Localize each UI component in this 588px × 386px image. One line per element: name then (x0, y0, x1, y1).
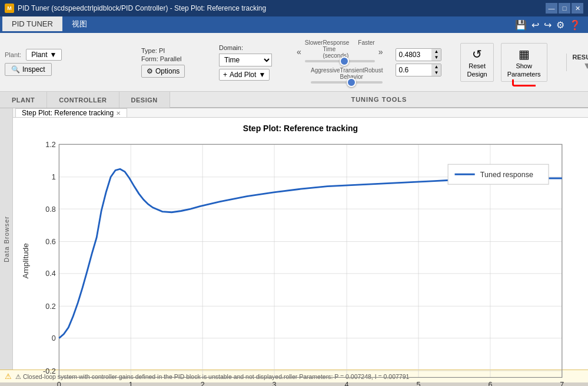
transient-thumb[interactable] (347, 78, 356, 87)
plot-tab-bar: Step Plot: Reference tracking ✕ (13, 108, 588, 118)
menu-tab-view[interactable]: 视图 (62, 16, 97, 33)
inspect-icon: 🔍 (11, 65, 20, 74)
svg-text:3: 3 (273, 381, 277, 386)
faster-label: Faster (358, 39, 374, 59)
nav-tab-design[interactable]: DESIGN (119, 92, 170, 108)
response-time-slider-container: Slower Response Time (seconds) Faster (305, 39, 375, 64)
plot-area: Step Plot: Reference tracking ✕ Step Plo… (13, 108, 588, 370)
options-button[interactable]: ⚙ Options (141, 65, 185, 78)
spin-up-1[interactable]: ▲ (431, 49, 441, 55)
spin-down-2[interactable]: ▼ (431, 70, 441, 76)
settings-icon[interactable]: ⚙ (556, 19, 564, 31)
slower-label: Slower (305, 39, 323, 59)
response-left-arrow[interactable]: « (297, 47, 301, 56)
help-icon[interactable]: ❓ (569, 19, 581, 31)
show-params-label2: Parameters (507, 71, 541, 78)
add-plot-icon: + (223, 71, 227, 79)
transient-labels: Aggressive Transient Behavior Robust (311, 67, 383, 80)
transient-track[interactable] (311, 81, 383, 84)
red-arrow-annotation (512, 79, 536, 86)
plant-label: Plant: (5, 51, 21, 58)
spin-up-2[interactable]: ▲ (431, 64, 441, 70)
undo-icon[interactable]: ↩ (531, 19, 539, 31)
show-params-icon: ▦ (519, 47, 530, 61)
svg-text:5: 5 (417, 381, 421, 386)
tuning-tools-label: TUNING TOOLS (170, 92, 588, 108)
redo-icon[interactable]: ↪ (544, 19, 552, 31)
nav-tab-plant[interactable]: PLANT (0, 92, 47, 108)
reset-design-text: Design (467, 71, 487, 78)
chart-title: Step Plot: Reference tracking (19, 124, 582, 133)
type-form-section: Type: PI Form: Parallel ⚙ Options (141, 47, 212, 78)
show-parameters-button[interactable]: ▦ Show Parameters (501, 43, 547, 82)
tuning-tools-text: TUNING TOOLS (351, 96, 407, 103)
nav-tabs: PLANT CONTROLLER DESIGN TUNING TOOLS (0, 92, 588, 108)
add-plot-row: + Add Plot ▼ (219, 69, 272, 81)
window-title: PID Tuner (scdspeedctrlpidblock/PID Cont… (18, 4, 266, 12)
type-row: Type: PI Form: Parallel (141, 47, 212, 62)
domain-label: Domain: (219, 44, 272, 51)
value2-input[interactable] (396, 65, 431, 75)
spin-down-1[interactable]: ▼ (431, 55, 441, 61)
plant-row: Plant: Plant ▼ (5, 49, 134, 61)
plant-value: Plant (31, 51, 47, 59)
plot-tab-reference-tracking[interactable]: Step Plot: Reference tracking ✕ (15, 108, 127, 117)
spin-btns-2: ▲ ▼ (431, 64, 441, 76)
svg-text:2: 2 (201, 381, 205, 386)
main-content: Data Browser Step Plot: Reference tracki… (0, 108, 588, 370)
svg-text:0.8: 0.8 (45, 205, 55, 214)
title-controls[interactable]: — □ ✕ (546, 3, 583, 14)
spin-input-2[interactable]: ▲ ▼ (396, 64, 441, 76)
show-params-label1: Show (516, 62, 532, 69)
response-time-label: Response Time (seconds) (323, 39, 358, 59)
save-icon[interactable]: 💾 (515, 19, 527, 31)
reset-design-button[interactable]: ↺ Reset Design (460, 43, 493, 82)
aggressive-label: Aggressive (311, 67, 340, 80)
reset-label: Reset (469, 62, 486, 69)
spin-input-1[interactable]: ▲ ▼ (396, 48, 441, 61)
svg-text:Tuned response: Tuned response (480, 171, 533, 179)
data-browser-tab[interactable]: Data Browser (0, 108, 13, 370)
inspect-button[interactable]: 🔍 Inspect (5, 63, 52, 76)
transient-slider-container: Aggressive Transient Behavior Robust (297, 67, 383, 85)
domain-select[interactable]: Time (219, 54, 272, 66)
title-bar: M PID Tuner (scdspeedctrlpidblock/PID Co… (0, 0, 588, 16)
domain-section: Domain: Time + Add Plot ▼ (219, 44, 272, 81)
response-time-thumb[interactable] (340, 56, 349, 66)
close-button[interactable]: ✕ (572, 3, 583, 14)
transient-slider-row: Aggressive Transient Behavior Robust (297, 67, 383, 85)
results-panel: RESULTS ▼ (566, 54, 588, 71)
options-label: Options (155, 67, 180, 75)
value1-input[interactable] (396, 49, 431, 60)
title-bar-left: M PID Tuner (scdspeedctrlpidblock/PID Co… (5, 4, 266, 13)
response-time-track[interactable] (305, 60, 375, 62)
response-time-slider-row: « Slower Response Time (seconds) Faster … (297, 39, 383, 64)
minimize-button[interactable]: — (546, 3, 557, 14)
maximize-button[interactable]: □ (559, 3, 570, 14)
svg-text:0.6: 0.6 (45, 238, 55, 246)
plant-dropdown[interactable]: Plant ▼ (26, 49, 62, 61)
reset-icon: ↺ (472, 47, 482, 61)
add-plot-button[interactable]: + Add Plot ▼ (219, 69, 270, 81)
options-icon: ⚙ (147, 67, 153, 75)
svg-text:6: 6 (488, 381, 492, 386)
app-icon: M (5, 4, 14, 13)
chart-wrapper: -0.2 0 0.2 0.4 0.6 0.8 1 1.2 0 1 2 3 4 5… (19, 138, 582, 386)
svg-text:-0.2: -0.2 (43, 367, 56, 375)
results-dropdown-arrow[interactable]: ▼ (583, 61, 588, 71)
plant-dropdown-arrow: ▼ (50, 51, 57, 59)
svg-text:0.4: 0.4 (45, 269, 55, 278)
plot-tab-close[interactable]: ✕ (116, 110, 121, 117)
menu-tab-pid-tuner[interactable]: PID TUNER (2, 16, 62, 33)
response-right-arrow[interactable]: » (378, 47, 383, 56)
inspect-label: Inspect (22, 65, 45, 74)
svg-text:4: 4 (345, 381, 349, 386)
nav-tab-controller[interactable]: CONTROLLER (47, 92, 119, 108)
data-browser-label: Data Browser (3, 216, 10, 262)
value-inputs: ▲ ▼ ▲ ▼ (396, 48, 441, 76)
plot-tab-label: Step Plot: Reference tracking (22, 109, 114, 117)
add-plot-arrow: ▼ (258, 71, 265, 79)
svg-text:1: 1 (52, 173, 56, 181)
plant-section: Plant: Plant ▼ 🔍 Inspect (5, 49, 134, 76)
chart-container: Step Plot: Reference tracking (13, 118, 588, 386)
